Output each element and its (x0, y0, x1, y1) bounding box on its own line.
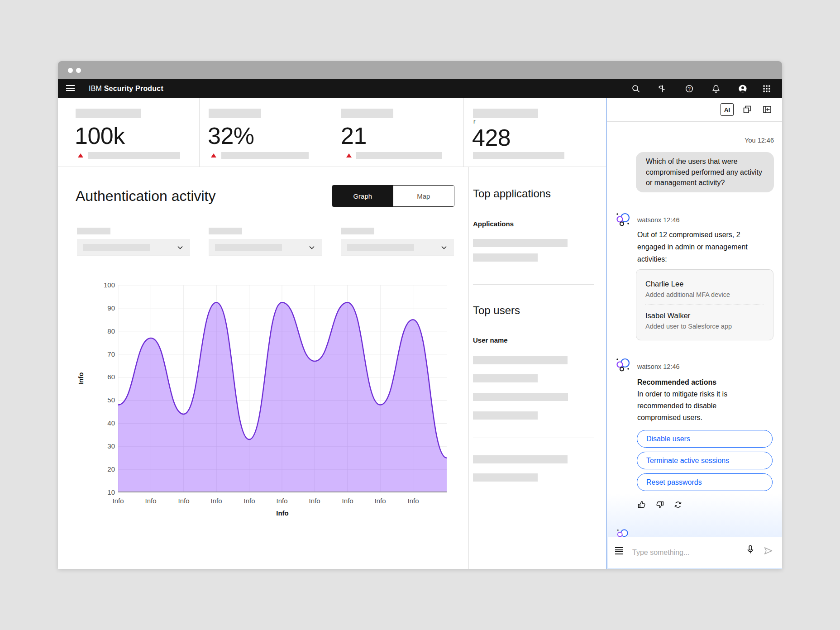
send-icon[interactable] (764, 546, 773, 555)
ai-label-badge[interactable]: AI (721, 103, 734, 116)
window-control-dot[interactable] (76, 68, 81, 73)
authentication-activity-area-chart (118, 285, 447, 492)
disable-users-button[interactable]: Disable users (637, 430, 773, 448)
row-skeleton (473, 374, 538, 382)
search-icon[interactable] (631, 84, 640, 93)
entry-name: Isabel Walker (645, 311, 764, 320)
entry-detail: Added user to Salesforce app (645, 323, 764, 330)
popout-icon[interactable] (742, 105, 752, 115)
toggle-map[interactable]: Map (393, 186, 454, 206)
x-tick: Info (367, 497, 394, 505)
row-skeleton (473, 239, 568, 247)
y-tick: 80 (98, 327, 115, 335)
applications-column-header: Applications (473, 220, 514, 228)
x-tick: Info (170, 497, 197, 505)
thumbs-up-icon[interactable] (637, 500, 646, 509)
panel-divider (473, 438, 594, 438)
y-axis-title: Info (77, 372, 85, 385)
bot-message-text: In order to mitigate risks it is recomme… (637, 388, 754, 424)
kpi-caption-skeleton (221, 152, 309, 159)
terminate-sessions-button[interactable]: Terminate active sessions (637, 452, 773, 469)
chevron-down-icon (309, 246, 315, 249)
row-skeleton (473, 455, 568, 463)
username-column-header: User name (473, 336, 508, 344)
menu-icon[interactable] (66, 85, 75, 92)
kpi-value: 32% (208, 122, 254, 149)
kpi-divider (332, 98, 332, 167)
recommended-actions-heading: Recommended actions (637, 376, 716, 388)
bot-message-text: Out of 12 compromised users, 2 engaged i… (637, 229, 756, 265)
y-tick: 90 (98, 304, 115, 312)
compromised-users-card: Charlie Lee Added additional MFA device … (636, 269, 773, 340)
filter-dropdown[interactable] (209, 239, 322, 256)
section-title: Authentication activity (76, 188, 216, 205)
user-message-bubble: Which of the users that were compromised… (636, 152, 774, 192)
y-tick: 10 (98, 488, 115, 496)
app-header: IBM Security Product ? (58, 79, 782, 98)
row-skeleton (473, 393, 568, 401)
collapse-panel-icon[interactable] (762, 105, 772, 115)
kpi-value: 428 (472, 124, 511, 151)
chevron-down-icon (177, 246, 183, 249)
chat-input-bar (608, 537, 782, 568)
y-tick: 30 (98, 442, 115, 450)
user-avatar-icon[interactable] (738, 84, 747, 93)
regenerate-icon[interactable] (673, 500, 682, 509)
reset-passwords-button[interactable]: Reset passwords (637, 473, 773, 491)
kpi-card: r 428 (473, 98, 606, 167)
kpi-bottom-divider (58, 167, 606, 167)
x-tick: Info (301, 497, 328, 505)
filter-label-skeleton (77, 228, 110, 234)
card-entry: Isabel Walker Added user to Salesforce a… (645, 311, 764, 330)
y-tick: 70 (98, 350, 115, 358)
bot-message-meta: watsonx 12:46 (637, 363, 680, 370)
desktop: IBM Security Product ? (0, 0, 840, 630)
kpi-card: 21 (341, 98, 463, 167)
chat-text-input[interactable] (632, 544, 736, 562)
trend-up-icon (78, 153, 83, 158)
kpi-title-skeleton (473, 109, 538, 118)
user-message-meta: You 12:46 (741, 137, 774, 144)
microphone-icon[interactable] (746, 544, 755, 555)
x-tick: Info (236, 497, 263, 505)
kpi-value: 21 (341, 122, 367, 149)
top-applications-title: Top applications (473, 187, 551, 200)
input-menu-icon[interactable] (615, 547, 623, 554)
row-skeleton (473, 356, 568, 364)
browser-window: IBM Security Product ? (58, 61, 782, 569)
row-skeleton (473, 473, 538, 482)
row-skeleton (473, 411, 538, 420)
filter-label-skeleton (209, 228, 242, 234)
toggle-graph[interactable]: Graph (332, 186, 393, 206)
filter-dropdown[interactable] (77, 239, 190, 256)
help-icon[interactable]: ? (685, 84, 694, 93)
filter-label-skeleton (341, 228, 374, 234)
trend-up-icon (211, 153, 216, 158)
x-tick: Info (105, 497, 132, 505)
top-users-title: Top users (473, 304, 520, 317)
y-tick: 40 (98, 419, 115, 427)
wayfinding-icon[interactable] (658, 84, 667, 93)
entry-name: Charlie Lee (645, 280, 764, 288)
brand-prefix: IBM (89, 85, 102, 92)
filter-dropdown[interactable] (341, 239, 454, 256)
app-switcher-icon[interactable] (762, 84, 771, 93)
kpi-title-skeleton (209, 109, 261, 118)
card-entry: Charlie Lee Added additional MFA device (645, 280, 764, 298)
kpi-caption-skeleton (473, 152, 564, 159)
graph-map-toggle: Graph Map (332, 185, 454, 207)
entry-detail: Added additional MFA device (645, 291, 764, 298)
x-tick: Info (334, 497, 361, 505)
kpi-card: 32% (209, 98, 332, 167)
svg-text:?: ? (688, 86, 691, 91)
y-tick: 60 (98, 373, 115, 381)
y-tick: 100 (98, 281, 115, 289)
kpi-caption-skeleton (356, 152, 442, 159)
kpi-divider (463, 98, 464, 167)
notifications-icon[interactable] (711, 84, 721, 93)
x-tick: Info (203, 497, 230, 505)
window-titlebar (58, 61, 782, 79)
window-control-dot[interactable] (68, 68, 73, 73)
thumbs-down-icon[interactable] (655, 500, 664, 509)
kpi-title-skeleton (76, 109, 141, 118)
